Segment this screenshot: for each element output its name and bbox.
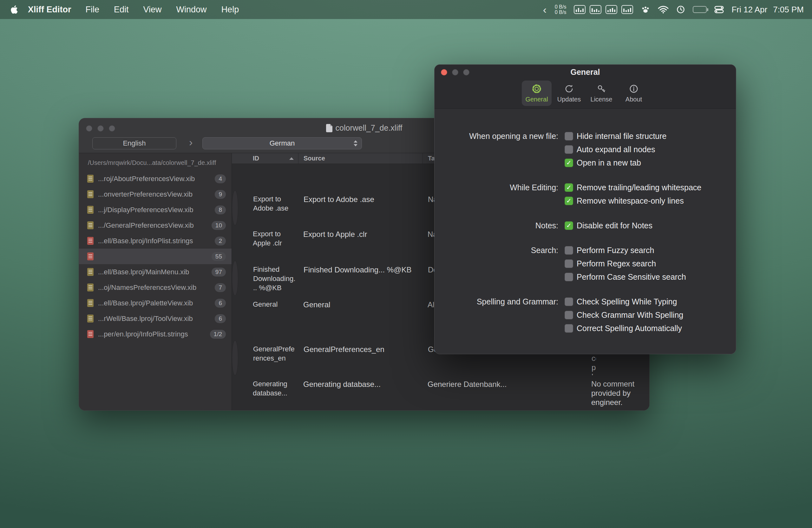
option-label[interactable]: Auto expand all nodes (577, 145, 655, 154)
time-machine-clock-icon[interactable] (676, 5, 685, 14)
table-row[interactable]: Generating database... Generating databa… (232, 376, 649, 410)
file-count-badge: 6 (215, 299, 226, 308)
file-list-item[interactable]: ...ell/Base.lproj/PaletteView.xib 6 (79, 295, 232, 311)
cell-id (232, 164, 298, 190)
cell-source: General (298, 296, 422, 340)
cell-id: Finished Downloading... %@KB (232, 261, 299, 296)
menu-bar: Xliff Editor File Edit View Window Help … (0, 0, 812, 19)
tab-general-label: General (525, 96, 548, 103)
preferences-window: General General (434, 64, 736, 354)
apple-menu-icon[interactable] (10, 5, 18, 14)
prefs-tab-bar: General Updates (435, 80, 736, 106)
prefs-close-button[interactable] (441, 69, 447, 75)
wifi-icon[interactable] (658, 5, 669, 14)
tab-license-label: License (591, 96, 612, 103)
checkbox-option: Open in a new tab (562, 156, 666, 169)
stat-graph-icon-2[interactable] (590, 5, 601, 14)
paw-icon[interactable] (641, 5, 650, 14)
file-count-badge: 2 (215, 237, 226, 246)
network-speed-readout[interactable]: 0 B/s 0 B/s (555, 4, 566, 15)
menu-window[interactable]: Window (169, 5, 214, 15)
file-list-item[interactable]: ...ell/Base.lproj/MainMenu.xib 97 (79, 264, 232, 280)
checkbox-option: Auto expand all nodes (562, 143, 666, 156)
zoom-button[interactable] (109, 125, 115, 132)
checkbox[interactable] (565, 221, 573, 230)
checkbox[interactable] (565, 324, 573, 333)
file-name-label: ...onverterPreferencesView.xib (98, 190, 210, 199)
tab-about[interactable]: About (619, 80, 649, 106)
checkbox[interactable] (565, 246, 573, 255)
file-list-item[interactable]: 55 (79, 249, 232, 264)
prefs-titlebar: General General (435, 65, 736, 109)
menu-help[interactable]: Help (214, 5, 246, 15)
stat-graph-icon-3[interactable] (606, 5, 617, 14)
tab-updates[interactable]: Updates (554, 80, 584, 106)
cell-note: No comment provided by engineer. (586, 376, 649, 410)
option-label[interactable]: Open in a new tab (577, 158, 641, 167)
menu-bar-left: Xliff Editor File Edit View Window Help (8, 5, 246, 15)
table-row[interactable]: Finished Downloading... %@KB Finished Do… (232, 261, 238, 296)
stat-graph-icon-4[interactable] (621, 5, 633, 14)
checkbox[interactable] (565, 273, 573, 281)
checkbox[interactable] (565, 196, 573, 205)
checkbox[interactable] (565, 183, 573, 192)
file-list-item[interactable]: ...onverterPreferencesView.xib 9 (79, 187, 232, 202)
option-label[interactable]: Remove whitespace-only lines (577, 196, 684, 205)
file-list-item[interactable]: ...ell/Base.lproj/InfoPlist.strings 2 (79, 233, 232, 249)
menu-file[interactable]: File (78, 5, 107, 15)
chevron-left-icon[interactable]: ‹ (542, 5, 547, 14)
checkbox[interactable] (565, 297, 573, 306)
checkbox[interactable] (565, 260, 573, 268)
file-list-item[interactable]: ...roj/AboutPreferencesView.xib 4 (79, 171, 232, 187)
file-count-badge: 97 (212, 268, 226, 277)
option-label[interactable]: Check Grammar With Spelling (577, 310, 683, 320)
option-label[interactable]: Perform Regex search (577, 259, 656, 268)
checkbox[interactable] (565, 145, 573, 154)
prefs-minimize-button[interactable] (452, 69, 458, 75)
file-count-badge: 1/2 (210, 330, 226, 339)
battery-icon[interactable] (693, 6, 707, 13)
menu-bar-clock[interactable]: Fri 12 Apr 7:05 PM (731, 5, 804, 15)
minimize-button[interactable] (97, 125, 104, 132)
prefs-group: Spelling and Grammar: Check Spelling Whi… (435, 295, 736, 335)
file-name-label: ...ell/Base.lproj/MainMenu.xib (98, 268, 207, 276)
file-list-item[interactable]: ...oj/NamesPreferencesView.xib 7 (79, 280, 232, 295)
option-label[interactable]: Check Spelling While Typing (577, 297, 677, 306)
option-label[interactable]: Disable edit for Notes (577, 221, 652, 230)
prefs-zoom-button[interactable] (463, 69, 469, 75)
stat-graph-icon-1[interactable] (574, 5, 585, 14)
tab-general[interactable]: General (522, 80, 552, 106)
option-label[interactable]: Remove trailing/leading whitespace (577, 183, 701, 192)
file-count-badge: 9 (215, 190, 226, 199)
file-list-item[interactable]: .../GeneralPreferencesView.xib 10 (79, 218, 232, 233)
tab-license[interactable]: License (586, 80, 616, 106)
file-list-item[interactable]: ...per/en.lproj/InfoPlist.strings 1/2 (79, 326, 232, 342)
file-name-label: ...rWell/Base.lproj/ToolView.xib (98, 314, 210, 323)
source-language-field[interactable]: English (92, 137, 176, 149)
checkbox[interactable] (565, 159, 573, 167)
checkbox-option: Remove trailing/leading whitespace (562, 181, 701, 194)
menu-view[interactable]: View (136, 5, 169, 15)
column-header-source[interactable]: Source (298, 153, 422, 164)
file-name-label: ...j/DisplayPreferencesView.xib (98, 206, 210, 214)
table-row[interactable]: Export to Adobe .ase Export to Adobe .as… (232, 190, 238, 225)
target-language-popup[interactable]: German (202, 137, 362, 149)
option-label[interactable]: Perform Fuzzy search (577, 246, 654, 255)
file-list-item[interactable]: ...rWell/Base.lproj/ToolView.xib 6 (79, 311, 232, 326)
file-list-item[interactable]: ...j/DisplayPreferencesView.xib 8 (79, 202, 232, 218)
checkbox[interactable] (565, 132, 573, 141)
menu-edit[interactable]: Edit (106, 5, 136, 15)
app-menu-title[interactable]: Xliff Editor (28, 5, 71, 15)
option-label[interactable]: Hide internal file structure (577, 132, 666, 141)
control-center-icon[interactable] (714, 5, 724, 14)
table-row[interactable]: GeneralPreferences_en GeneralPreferences… (232, 340, 238, 376)
time-text: 7:05 PM (773, 5, 804, 15)
option-label[interactable]: Correct Spelling Automatically (577, 324, 682, 333)
option-label[interactable]: Perform Case Sensitive search (577, 273, 686, 282)
close-button[interactable] (86, 125, 92, 132)
refresh-icon (564, 84, 574, 94)
column-header-id[interactable]: ID (232, 153, 298, 164)
checkbox[interactable] (565, 311, 573, 319)
file-type-icon (87, 190, 93, 198)
cell-source: GeneralPreferences_en (299, 341, 423, 375)
